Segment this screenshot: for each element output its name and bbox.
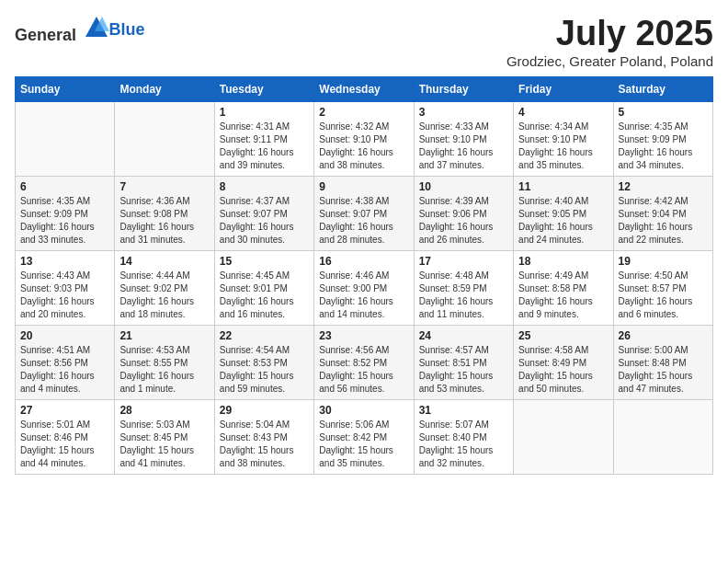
day-number: 4 — [518, 106, 608, 119]
day-info: Sunrise: 4:38 AM Sunset: 9:07 PM Dayligh… — [319, 195, 408, 247]
calendar-cell: 21Sunrise: 4:53 AM Sunset: 8:55 PM Dayli… — [115, 325, 214, 399]
logo-general: General — [15, 26, 76, 44]
day-info: Sunrise: 4:43 AM Sunset: 9:03 PM Dayligh… — [20, 270, 109, 321]
calendar-cell — [613, 399, 712, 474]
day-info: Sunrise: 5:01 AM Sunset: 8:46 PM Dayligh… — [20, 419, 109, 470]
day-number: 22 — [220, 329, 309, 342]
day-number: 17 — [419, 255, 508, 268]
calendar-week-row: 1Sunrise: 4:31 AM Sunset: 9:11 PM Daylig… — [16, 101, 713, 176]
title-area: July 2025 Grodziec, Greater Poland, Pola… — [506, 15, 713, 69]
location: Grodziec, Greater Poland, Poland — [506, 53, 713, 69]
day-info: Sunrise: 4:32 AM Sunset: 9:10 PM Dayligh… — [319, 121, 408, 172]
calendar-cell: 2Sunrise: 4:32 AM Sunset: 9:10 PM Daylig… — [314, 101, 414, 176]
day-info: Sunrise: 4:54 AM Sunset: 8:53 PM Dayligh… — [220, 344, 309, 396]
calendar-week-row: 13Sunrise: 4:43 AM Sunset: 9:03 PM Dayli… — [16, 250, 713, 325]
calendar-cell: 17Sunrise: 4:48 AM Sunset: 8:59 PM Dayli… — [414, 250, 513, 325]
calendar-cell: 10Sunrise: 4:39 AM Sunset: 9:06 PM Dayli… — [414, 176, 513, 250]
day-number: 30 — [319, 404, 408, 417]
page-header: General Blue July 2025 Grodziec, Greater… — [15, 15, 713, 69]
day-info: Sunrise: 4:51 AM Sunset: 8:56 PM Dayligh… — [20, 344, 109, 396]
calendar-cell: 27Sunrise: 5:01 AM Sunset: 8:46 PM Dayli… — [16, 399, 115, 474]
calendar-cell: 9Sunrise: 4:38 AM Sunset: 9:07 PM Daylig… — [314, 176, 414, 250]
day-info: Sunrise: 4:34 AM Sunset: 9:10 PM Dayligh… — [518, 121, 608, 172]
day-info: Sunrise: 4:42 AM Sunset: 9:04 PM Dayligh… — [619, 195, 708, 247]
calendar-cell: 16Sunrise: 4:46 AM Sunset: 9:00 PM Dayli… — [314, 250, 414, 325]
day-number: 29 — [220, 404, 309, 417]
logo: General Blue — [15, 15, 145, 45]
calendar-table: SundayMondayTuesdayWednesdayThursdayFrid… — [15, 76, 713, 475]
header-wednesday: Wednesday — [314, 76, 414, 101]
day-number: 24 — [419, 329, 508, 342]
day-info: Sunrise: 4:33 AM Sunset: 9:10 PM Dayligh… — [419, 121, 508, 172]
logo-icon — [84, 15, 109, 40]
day-number: 25 — [518, 329, 608, 342]
calendar-cell: 19Sunrise: 4:50 AM Sunset: 8:57 PM Dayli… — [613, 250, 712, 325]
day-number: 27 — [20, 404, 109, 417]
day-number: 19 — [619, 255, 708, 268]
day-info: Sunrise: 5:00 AM Sunset: 8:48 PM Dayligh… — [619, 344, 708, 396]
header-saturday: Saturday — [613, 76, 712, 101]
day-info: Sunrise: 4:53 AM Sunset: 8:55 PM Dayligh… — [119, 344, 209, 396]
calendar-cell: 18Sunrise: 4:49 AM Sunset: 8:58 PM Dayli… — [514, 250, 613, 325]
day-info: Sunrise: 4:56 AM Sunset: 8:52 PM Dayligh… — [319, 344, 408, 396]
day-number: 28 — [119, 404, 209, 417]
day-number: 31 — [419, 404, 508, 417]
day-number: 14 — [119, 255, 209, 268]
day-info: Sunrise: 4:35 AM Sunset: 9:09 PM Dayligh… — [20, 195, 109, 247]
day-info: Sunrise: 4:40 AM Sunset: 9:05 PM Dayligh… — [518, 195, 608, 247]
day-info: Sunrise: 4:58 AM Sunset: 8:49 PM Dayligh… — [518, 344, 608, 396]
calendar-cell: 23Sunrise: 4:56 AM Sunset: 8:52 PM Dayli… — [314, 325, 414, 399]
day-number: 11 — [518, 180, 608, 193]
day-number: 18 — [518, 255, 608, 268]
calendar-cell: 22Sunrise: 4:54 AM Sunset: 8:53 PM Dayli… — [214, 325, 313, 399]
calendar-cell: 7Sunrise: 4:36 AM Sunset: 9:08 PM Daylig… — [115, 176, 214, 250]
day-number: 21 — [119, 329, 209, 342]
day-info: Sunrise: 5:07 AM Sunset: 8:40 PM Dayligh… — [419, 419, 508, 470]
day-number: 10 — [419, 180, 508, 193]
calendar-cell — [115, 101, 214, 176]
calendar-cell: 6Sunrise: 4:35 AM Sunset: 9:09 PM Daylig… — [16, 176, 115, 250]
day-info: Sunrise: 5:04 AM Sunset: 8:43 PM Dayligh… — [220, 419, 309, 470]
calendar-week-row: 27Sunrise: 5:01 AM Sunset: 8:46 PM Dayli… — [16, 399, 713, 474]
logo-blue: Blue — [109, 20, 145, 39]
day-number: 12 — [619, 180, 708, 193]
calendar-cell — [16, 101, 115, 176]
day-info: Sunrise: 4:45 AM Sunset: 9:01 PM Dayligh… — [220, 270, 309, 321]
day-number: 15 — [220, 255, 309, 268]
day-number: 26 — [619, 329, 708, 342]
calendar-cell: 4Sunrise: 4:34 AM Sunset: 9:10 PM Daylig… — [514, 101, 613, 176]
day-number: 23 — [319, 329, 408, 342]
day-info: Sunrise: 4:49 AM Sunset: 8:58 PM Dayligh… — [518, 270, 608, 321]
day-info: Sunrise: 4:37 AM Sunset: 9:07 PM Dayligh… — [220, 195, 309, 247]
calendar-cell: 15Sunrise: 4:45 AM Sunset: 9:01 PM Dayli… — [214, 250, 313, 325]
day-number: 2 — [319, 106, 408, 119]
day-info: Sunrise: 5:03 AM Sunset: 8:45 PM Dayligh… — [119, 419, 209, 470]
calendar-cell: 14Sunrise: 4:44 AM Sunset: 9:02 PM Dayli… — [115, 250, 214, 325]
header-monday: Monday — [115, 76, 214, 101]
calendar-week-row: 20Sunrise: 4:51 AM Sunset: 8:56 PM Dayli… — [16, 325, 713, 399]
header-thursday: Thursday — [414, 76, 513, 101]
month-year: July 2025 — [506, 15, 713, 53]
calendar-cell — [514, 399, 613, 474]
day-number: 20 — [20, 329, 109, 342]
day-number: 8 — [220, 180, 309, 193]
day-number: 7 — [119, 180, 209, 193]
day-number: 1 — [220, 106, 309, 119]
day-number: 9 — [319, 180, 408, 193]
calendar-header-row: SundayMondayTuesdayWednesdayThursdayFrid… — [16, 76, 713, 101]
day-info: Sunrise: 4:48 AM Sunset: 8:59 PM Dayligh… — [419, 270, 508, 321]
calendar-cell: 30Sunrise: 5:06 AM Sunset: 8:42 PM Dayli… — [314, 399, 414, 474]
header-sunday: Sunday — [16, 76, 115, 101]
day-info: Sunrise: 4:44 AM Sunset: 9:02 PM Dayligh… — [119, 270, 209, 321]
day-info: Sunrise: 4:39 AM Sunset: 9:06 PM Dayligh… — [419, 195, 508, 247]
calendar-week-row: 6Sunrise: 4:35 AM Sunset: 9:09 PM Daylig… — [16, 176, 713, 250]
day-info: Sunrise: 4:57 AM Sunset: 8:51 PM Dayligh… — [419, 344, 508, 396]
calendar-cell: 31Sunrise: 5:07 AM Sunset: 8:40 PM Dayli… — [414, 399, 513, 474]
day-info: Sunrise: 5:06 AM Sunset: 8:42 PM Dayligh… — [319, 419, 408, 470]
header-tuesday: Tuesday — [214, 76, 313, 101]
calendar-cell: 28Sunrise: 5:03 AM Sunset: 8:45 PM Dayli… — [115, 399, 214, 474]
calendar-cell: 5Sunrise: 4:35 AM Sunset: 9:09 PM Daylig… — [613, 101, 712, 176]
calendar-cell: 1Sunrise: 4:31 AM Sunset: 9:11 PM Daylig… — [214, 101, 313, 176]
calendar-cell: 8Sunrise: 4:37 AM Sunset: 9:07 PM Daylig… — [214, 176, 313, 250]
day-info: Sunrise: 4:46 AM Sunset: 9:00 PM Dayligh… — [319, 270, 408, 321]
